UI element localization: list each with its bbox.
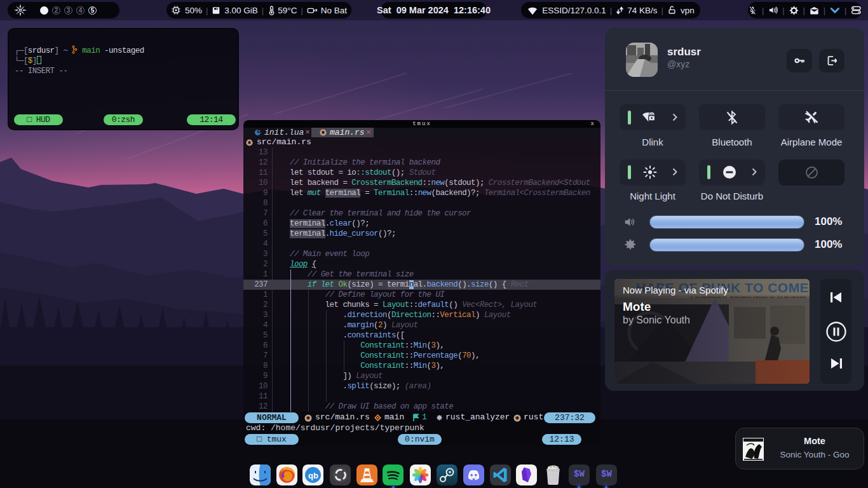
svg-text:qb: qb	[308, 471, 318, 480]
